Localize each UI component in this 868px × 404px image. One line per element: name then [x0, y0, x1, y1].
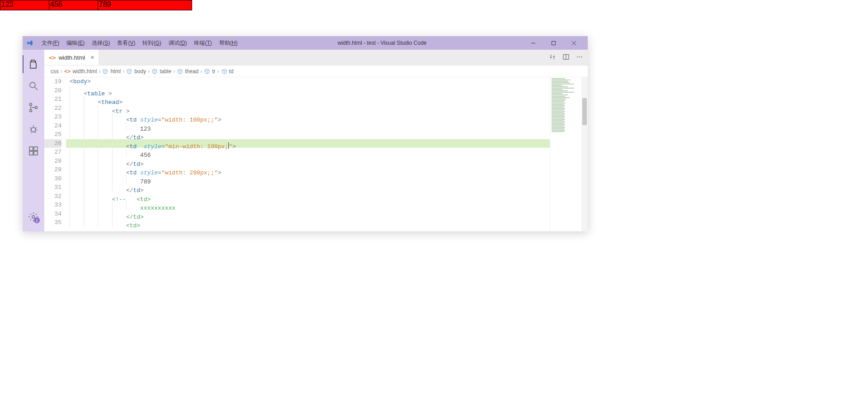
more-actions-icon[interactable] [576, 53, 583, 62]
svg-point-1 [30, 82, 35, 88]
tab-label: width.html [59, 54, 85, 61]
window-controls [523, 36, 584, 50]
svg-point-2 [30, 103, 32, 106]
breadcrumb-item[interactable]: body [126, 68, 146, 75]
vscode-icon [26, 39, 33, 47]
menu-item[interactable]: 编辑(E) [63, 39, 88, 47]
main-area: 1 <> width.html × [23, 50, 588, 231]
breadcrumb-item[interactable]: css [51, 68, 59, 75]
line-number: 27 [44, 148, 61, 157]
line-number: 26 [44, 139, 61, 148]
svg-point-12 [577, 56, 578, 57]
maximize-button[interactable] [543, 36, 564, 50]
source-control-activity[interactable] [23, 97, 44, 118]
rendered-html-table: 123 456 789 [0, 0, 192, 10]
breadcrumb-item[interactable]: thead [177, 68, 198, 75]
breadcrumb-separator: › [173, 68, 175, 75]
svg-point-3 [30, 110, 32, 112]
line-number: 31 [44, 183, 61, 192]
code-line[interactable]: 456 [66, 148, 550, 157]
rendered-row: 123 456 789 [0, 0, 192, 10]
code-line[interactable]: <body> [66, 77, 550, 86]
split-editor-icon[interactable] [562, 53, 570, 62]
editor-group: <> width.html × css›<>width [44, 50, 588, 231]
breadcrumb-item[interactable]: table [151, 68, 171, 75]
svg-point-13 [579, 56, 580, 57]
breadcrumb-separator: › [123, 68, 124, 75]
menu-item[interactable]: 帮助(H) [216, 39, 241, 47]
svg-point-5 [31, 127, 36, 132]
line-number: 33 [44, 201, 61, 210]
vertical-scrollbar[interactable] [581, 77, 588, 231]
settings-badge: 1 [34, 217, 40, 223]
code-line[interactable]: <!-- <td> [66, 192, 550, 201]
menu-item[interactable]: 转到(G) [139, 39, 165, 47]
explorer-activity[interactable] [23, 53, 44, 75]
menu-item[interactable]: 文件(F) [38, 39, 63, 47]
menu-item[interactable]: 调试(D) [165, 39, 191, 47]
line-number: 30 [44, 174, 61, 183]
code-content[interactable]: <body> <table > <thead> <tr > <td style=… [66, 77, 550, 231]
editor-body: 1920212223242526272829303132333435 <body… [44, 77, 588, 231]
minimap[interactable] [550, 77, 581, 231]
line-number: 25 [44, 130, 61, 139]
line-number: 23 [44, 113, 61, 122]
svg-rect-0 [552, 41, 556, 45]
breadcrumb-item[interactable]: td [221, 68, 234, 75]
breadcrumb-item[interactable]: tr [204, 68, 215, 75]
line-number: 21 [44, 95, 61, 104]
search-activity[interactable] [23, 75, 44, 97]
title-bar: 文件(F)编辑(E)选择(S)查看(V)转到(G)调试(D)终端(T)帮助(H)… [23, 36, 588, 50]
line-number: 29 [44, 165, 61, 174]
rendered-cell-2: 456 [49, 0, 98, 10]
tab-close-icon[interactable]: × [90, 54, 94, 61]
line-number: 22 [44, 104, 61, 113]
line-number: 34 [44, 210, 61, 219]
code-line[interactable]: <tr > [66, 104, 550, 113]
code-line[interactable]: <td style="min-width: 100px;"> [66, 139, 550, 148]
code-line[interactable]: <thead> [66, 95, 550, 104]
code-line[interactable]: 789 [66, 174, 550, 183]
rendered-cell-1: 123 [0, 0, 49, 10]
menu-bar: 文件(F)编辑(E)选择(S)查看(V)转到(G)调试(D)终端(T)帮助(H) [38, 39, 241, 47]
menu-item[interactable]: 查看(V) [113, 39, 139, 47]
minimize-button[interactable] [523, 36, 543, 50]
window-title: width.html - test - Visual Studio Code [241, 40, 523, 46]
menu-item[interactable]: 终端(T) [190, 39, 215, 47]
tab-width-html[interactable]: <> width.html × [44, 50, 99, 65]
breadcrumb-item[interactable]: <>width.html [64, 68, 97, 75]
line-number: 19 [44, 77, 61, 86]
code-line[interactable]: </td> [66, 130, 550, 139]
svg-point-4 [35, 107, 38, 109]
line-number: 28 [44, 157, 61, 166]
breadcrumb-separator: › [217, 68, 219, 75]
svg-rect-6 [29, 147, 33, 150]
breadcrumbs: css›<>width.html›html›body›table›thead›t… [44, 66, 588, 77]
svg-point-14 [581, 56, 582, 57]
line-number: 20 [44, 86, 61, 95]
code-line[interactable]: <td style="width: 100px;;"> [66, 113, 550, 122]
code-line[interactable]: </td> [66, 157, 550, 166]
code-line[interactable]: 123 [66, 122, 550, 131]
breadcrumb-item[interactable]: html [102, 68, 121, 75]
tab-bar: <> width.html × [44, 50, 588, 66]
menu-item[interactable]: 选择(S) [88, 39, 113, 47]
close-button[interactable] [564, 36, 584, 50]
code-line[interactable]: <table > [66, 86, 550, 95]
compare-changes-icon[interactable] [549, 53, 556, 62]
html-file-icon: <> [49, 54, 56, 61]
breadcrumb-separator: › [148, 68, 150, 75]
code-line[interactable]: xxxxxxxxxx [66, 201, 550, 210]
code-line[interactable]: <td> [66, 218, 550, 227]
scrollbar-thumb[interactable] [582, 98, 587, 125]
extensions-activity[interactable] [23, 140, 44, 162]
rendered-cell-3: 789 [98, 0, 192, 10]
code-line[interactable]: </td> [66, 210, 550, 219]
code-line[interactable]: <td style="width: 200px;;"> [66, 165, 550, 174]
code-line[interactable]: </td> [66, 183, 550, 192]
line-number-gutter: 1920212223242526272829303132333435 [44, 77, 66, 231]
debug-activity[interactable] [23, 118, 44, 140]
svg-rect-7 [34, 147, 38, 150]
svg-rect-9 [34, 151, 38, 155]
settings-activity[interactable]: 1 [23, 206, 44, 228]
